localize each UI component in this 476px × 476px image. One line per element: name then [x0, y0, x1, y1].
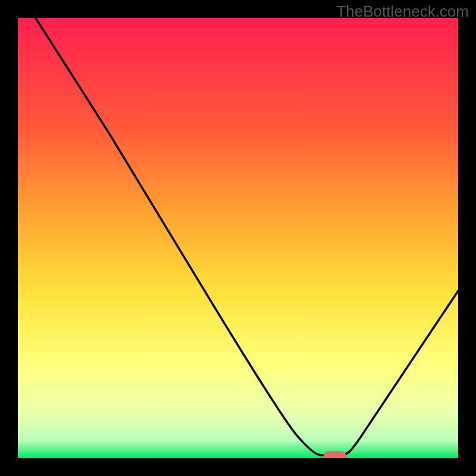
watermark-text: TheBottleneck.com — [336, 2, 469, 21]
chart-background — [18, 18, 458, 458]
optimal-marker — [324, 451, 346, 458]
bottleneck-chart — [18, 18, 458, 458]
